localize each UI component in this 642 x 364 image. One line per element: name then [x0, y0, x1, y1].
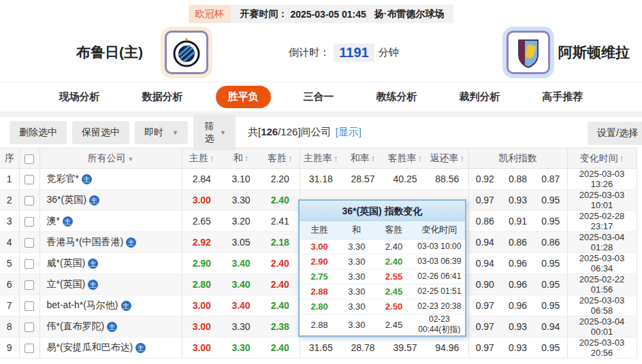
- odds-draw-cell[interactable]: 3.05: [221, 232, 261, 253]
- col-odds-home[interactable]: 主胜↑: [182, 148, 221, 169]
- odds-draw-cell[interactable]: 3.40: [221, 274, 261, 295]
- kelly-draw-cell: 0.86: [501, 232, 534, 253]
- row-no: 9: [0, 337, 19, 359]
- tab-coach-analysis[interactable]: 教练分析: [367, 86, 427, 108]
- keep-selected-button[interactable]: 保留选中: [72, 121, 129, 144]
- popup-odds-home: 3.00: [300, 239, 339, 254]
- select-all-checkbox[interactable]: [25, 154, 34, 164]
- chevron-down-icon: ▼: [220, 129, 226, 136]
- row-checkbox[interactable]: [25, 196, 34, 205]
- popup-odds-home: 2.88: [300, 314, 339, 335]
- company-cell[interactable]: 竞彩官*主: [39, 169, 182, 190]
- odds-away-cell[interactable]: 2.38: [261, 316, 300, 337]
- odds-away-cell[interactable]: 2.18: [261, 232, 300, 253]
- odds-draw-cell[interactable]: 3.30: [221, 190, 261, 211]
- delete-selected-button[interactable]: 删除选中: [10, 121, 67, 144]
- kelly-draw-cell: 0.93: [501, 190, 534, 211]
- popup-odds-away: 2.40: [374, 239, 413, 254]
- odds-home-cell[interactable]: 2.90: [182, 253, 221, 274]
- col-pct-return[interactable]: 返还率↑: [426, 148, 468, 169]
- odds-away-cell[interactable]: 2.40: [261, 253, 300, 274]
- col-pct-away[interactable]: 客胜率↑: [384, 148, 426, 169]
- company-cell[interactable]: bet-at-h*(马尔他)主: [39, 295, 182, 316]
- company-cell[interactable]: 伟*(直布罗陀)主: [39, 316, 182, 337]
- sort-up-icon: ↑: [334, 153, 338, 163]
- odds-draw-cell[interactable]: 3.40: [221, 253, 261, 274]
- match-header: 布鲁日(主) 倒计时： 1191 分钟: [0, 23, 642, 82]
- col-pct-draw[interactable]: 和率↑: [342, 148, 384, 169]
- row-checkbox[interactable]: [25, 217, 34, 227]
- company-cell[interactable]: 威*(英国)主: [39, 253, 182, 274]
- pct-away-cell: 39.57: [384, 337, 426, 359]
- change-time-cell: 2025-03-03 20:56: [567, 337, 637, 359]
- odds-away-cell[interactable]: 2.40: [261, 337, 300, 359]
- company-cell[interactable]: 36*(英国)主: [39, 190, 182, 211]
- odds-away-cell[interactable]: 2.20: [261, 169, 300, 190]
- odds-home-cell[interactable]: 3.00: [182, 316, 221, 337]
- odds-home-cell[interactable]: 2.92: [182, 232, 221, 253]
- popup-odds-home: 2.88: [300, 284, 339, 299]
- odds-draw-cell[interactable]: 3.20: [221, 211, 261, 232]
- show-link[interactable]: [显示]: [336, 126, 362, 139]
- odds-draw-cell[interactable]: 3.10: [221, 169, 261, 190]
- odds-away-cell[interactable]: 2.40: [261, 295, 300, 316]
- pct-home-cell: 31.18: [300, 169, 342, 190]
- kelly-away-cell: 0.94: [534, 316, 567, 337]
- row-checkbox[interactable]: [25, 301, 34, 311]
- tab-live-analysis[interactable]: 现场分析: [50, 86, 110, 108]
- odds-home-cell[interactable]: 2.80: [182, 274, 221, 295]
- row-checkbox[interactable]: [25, 344, 34, 353]
- kelly-draw-cell: 0.88: [501, 169, 534, 190]
- odds-home-cell[interactable]: 2.84: [182, 169, 221, 190]
- settings-button[interactable]: 设置/选择: [588, 122, 642, 145]
- home-odds-badge-icon: 主: [126, 237, 136, 248]
- row-checkbox[interactable]: [25, 322, 34, 332]
- popup-odds-draw: 3.30: [339, 254, 374, 269]
- company-count: 共[126/126]间公司: [248, 126, 332, 139]
- company-cell[interactable]: 澳*主: [39, 211, 182, 232]
- popup-row: 2.90 3.30 2.40 03-03 06:39: [300, 254, 465, 269]
- live-odds-dropdown-label: 即时: [144, 127, 163, 139]
- tab-expert-picks[interactable]: 高手推荐: [533, 86, 593, 108]
- chevron-down-icon: ▼: [128, 156, 134, 163]
- company-cell[interactable]: 立*(英国)主: [39, 274, 182, 295]
- col-odds-away-label: 客胜: [268, 152, 287, 163]
- row-no: 8: [0, 316, 19, 337]
- col-change-time[interactable]: 变化时间↑: [567, 148, 637, 169]
- col-odds-away[interactable]: 客胜↑: [261, 148, 300, 169]
- tab-referee-analysis[interactable]: 裁判分析: [450, 86, 510, 108]
- row-no: 2: [0, 190, 19, 211]
- tab-win-draw-lose[interactable]: 胜平负: [216, 86, 271, 108]
- odds-home-cell[interactable]: 2.65: [182, 211, 221, 232]
- odds-draw-cell[interactable]: 3.30: [221, 316, 261, 337]
- odds-draw-cell[interactable]: 3.40: [221, 295, 261, 316]
- col-company[interactable]: 所有公司▼: [39, 148, 182, 169]
- row-checkbox[interactable]: [25, 280, 34, 290]
- odds-draw-cell[interactable]: 3.30: [221, 337, 261, 359]
- tab-data-analysis[interactable]: 数据分析: [133, 86, 193, 108]
- odds-home-cell[interactable]: 3.00: [182, 190, 221, 211]
- odds-home-cell[interactable]: 3.00: [182, 295, 221, 316]
- odds-away-cell[interactable]: 2.41: [261, 211, 300, 232]
- filter-dropdown[interactable]: 筛选 ▼: [193, 115, 236, 150]
- col-kelly: 凯利指数: [468, 148, 567, 169]
- row-checkbox[interactable]: [25, 259, 34, 269]
- row-checkbox[interactable]: [25, 175, 34, 184]
- company-name: 竞彩官*: [47, 173, 79, 185]
- live-odds-dropdown[interactable]: 即时 ▼: [135, 121, 188, 144]
- odds-away-cell[interactable]: 2.40: [261, 274, 300, 295]
- popup-col-home: 主胜: [300, 221, 339, 239]
- company-name: 香港马*(中国香港): [47, 236, 124, 248]
- sort-up-icon: ↑: [418, 153, 423, 163]
- company-cell[interactable]: 香港马*(中国香港)主: [39, 232, 182, 253]
- col-pct-home[interactable]: 主胜率↑: [300, 148, 342, 169]
- odds-home-cell[interactable]: 3.00: [182, 337, 221, 359]
- popup-odds-draw: 3.30: [339, 284, 374, 299]
- company-cell[interactable]: 易*(安提瓜和巴布达)主: [39, 337, 182, 359]
- col-odds-draw[interactable]: 和↑: [221, 148, 261, 169]
- tab-three-in-one[interactable]: 三合一: [294, 86, 344, 108]
- row-no: 5: [0, 253, 19, 274]
- odds-away-cell[interactable]: 2.40: [261, 190, 300, 211]
- popup-title: 36*(英国) 指数变化: [300, 201, 465, 221]
- row-checkbox[interactable]: [25, 238, 34, 248]
